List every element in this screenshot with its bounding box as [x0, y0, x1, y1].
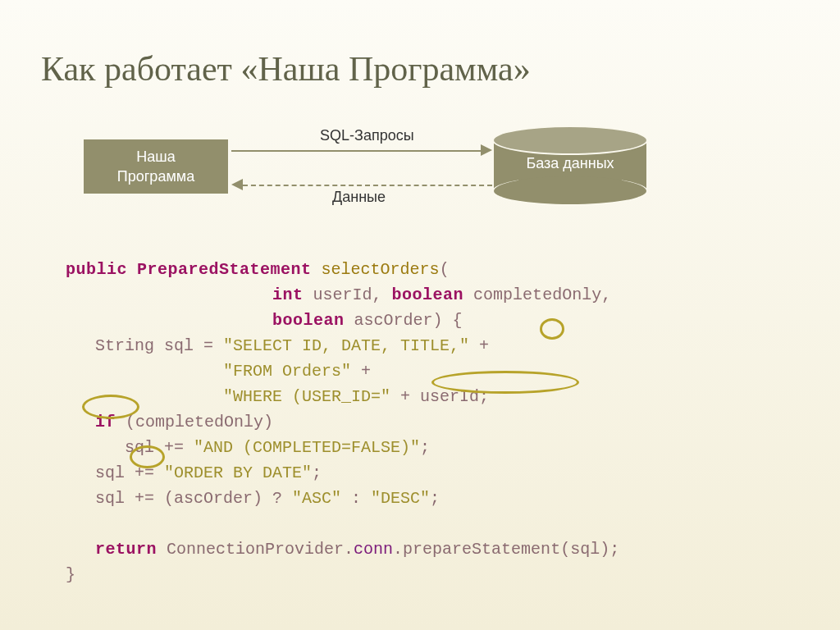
code-plus1: +: [469, 336, 489, 355]
arrow-data-label: Данные: [332, 189, 386, 206]
code-t10a: sql += (ascOrder) ?: [66, 489, 292, 508]
code-t8b: ;: [420, 438, 430, 457]
arrow-sql: [231, 150, 482, 152]
arrow-sql-head: [481, 144, 492, 156]
cylinder-top: [492, 126, 648, 155]
program-box-label: Наша Программа: [117, 147, 194, 187]
cylinder-bottom: [492, 176, 648, 206]
str-desc: "DESC": [371, 489, 430, 508]
type-bool2: boolean: [272, 311, 345, 330]
str-completed: "AND (COMPLETED=FALSE)": [194, 438, 420, 457]
slide-title: Как работает «Наша Программа»: [41, 49, 799, 89]
code-t4: ascOrder) {: [345, 311, 463, 330]
code-t1: (: [440, 260, 450, 279]
database-cylinder: База данных: [492, 126, 648, 203]
str-where: "WHERE (USER_ID=": [223, 387, 390, 406]
str-from: "FROM Orders": [223, 362, 351, 381]
code-t9a: sql +=: [66, 463, 164, 482]
code-t7: (completedOnly): [116, 413, 273, 431]
str-orderby: "ORDER BY DATE": [164, 463, 312, 482]
code-plus3: + userId;: [390, 387, 489, 406]
architecture-diagram: Наша Программа База данных SQL-Запросы Д…: [82, 134, 799, 224]
code-brace: }: [66, 565, 75, 584]
code-block: public PreparedStatement selectOrders( i…: [66, 257, 799, 587]
type-int: int: [272, 285, 304, 304]
kw-if: if: [95, 413, 116, 431]
code-t10c: ;: [430, 489, 440, 508]
program-box: Наша Программа: [82, 138, 230, 195]
kw-public: public: [66, 260, 127, 279]
code-plus2: +: [351, 362, 371, 381]
field-conn: conn: [354, 540, 393, 559]
code-t12a: ConnectionProvider.: [157, 540, 354, 559]
database-label: База данных: [492, 155, 648, 172]
type-preparedstatement: PreparedStatement: [137, 260, 312, 279]
slide: Как работает «Наша Программа» Наша Прогр…: [0, 0, 840, 630]
code-t8a: sql +=: [66, 438, 194, 457]
type-bool1: boolean: [392, 285, 464, 304]
code-t12b: .prepareStatement(sql);: [393, 540, 619, 559]
code-t9b: ;: [312, 463, 322, 482]
method-name: selectOrders: [322, 260, 440, 279]
code-t10b: :: [341, 489, 371, 508]
kw-return: return: [95, 540, 157, 559]
arrow-sql-label: SQL-Запросы: [320, 127, 414, 144]
arrow-data: [243, 185, 492, 186]
code-t2: userId,: [304, 285, 392, 304]
str-select: "SELECT ID, DATE, TITLE,": [223, 336, 469, 355]
code-t5: String sql =: [66, 336, 223, 355]
code-t3: completedOnly,: [463, 285, 611, 304]
arrow-data-head: [231, 179, 243, 190]
str-asc: "ASC": [292, 489, 341, 508]
